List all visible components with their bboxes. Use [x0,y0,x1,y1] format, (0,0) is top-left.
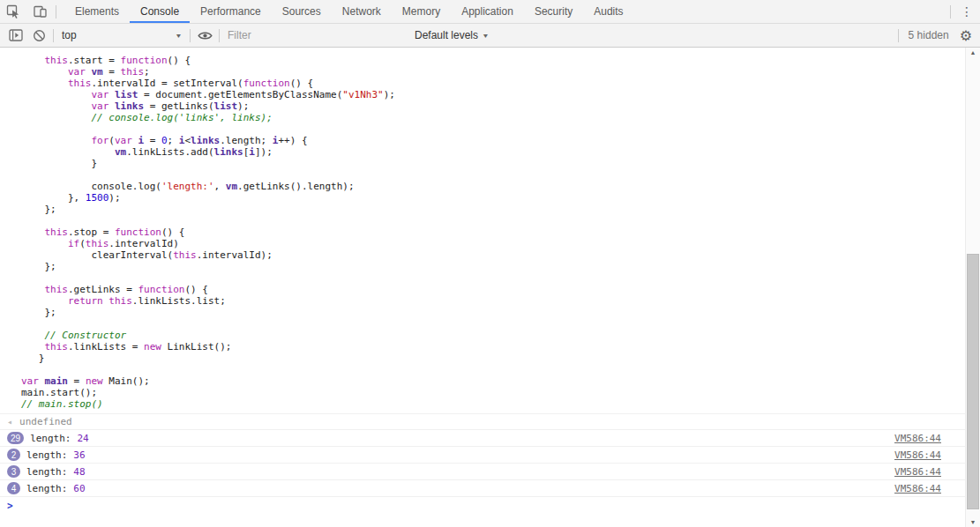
tab-sources[interactable]: Sources [272,0,332,23]
live-expression-button[interactable] [193,26,216,45]
divider [53,29,54,42]
console-prompt[interactable]: > [0,496,965,513]
code-line: } [21,353,961,364]
log-message-text: length: [26,464,67,479]
code-line: this.start = function() { [21,55,961,66]
tab-application[interactable]: Application [451,0,524,23]
clear-console-icon [33,29,46,42]
panel-tabs: ElementsConsolePerformanceSourcesNetwork… [64,0,634,23]
code-line: this.getLinks = function() { [21,284,961,295]
levels-label: Default levels [415,29,478,41]
device-toolbar-button[interactable] [26,0,53,23]
code-line: if(this.intervalId) [21,238,961,249]
code-line [21,169,961,181]
log-message-text: length: [26,448,67,463]
tab-console[interactable]: Console [130,0,190,23]
code-line [21,215,961,226]
vertical-scrollbar[interactable]: ▲ ▼ [965,48,980,527]
source-location-link[interactable]: VM586:44 [894,464,941,479]
repeat-count-badge: 4 [7,482,20,494]
repeat-count-badge: 3 [7,465,20,478]
scrollbar-thumb[interactable] [967,254,979,509]
console-messages-pane: this.start = function() { var vm = this;… [0,48,965,527]
prompt-chevron-icon: > [7,499,13,512]
code-line: vm.linkLists.add(links[i]); [21,146,961,158]
code-line: }; [21,261,961,272]
code-line [21,364,961,375]
scroll-up-arrow-icon[interactable]: ▲ [966,49,980,56]
code-line: var list = document.getElementsByClassNa… [21,89,961,100]
log-number-value: 60 [73,481,85,496]
inspect-cursor-icon [6,4,20,19]
console-settings-gear-icon[interactable]: ⚙ [960,27,972,44]
code-line: var main = new Main(); [21,375,961,387]
code-line: } [21,158,961,169]
console-sidebar-icon [9,29,23,41]
filter-input[interactable] [222,26,409,44]
code-line: console.log('length:', vm.getLinks().len… [21,181,961,192]
code-line: clearInterval(this.intervalId); [21,249,961,261]
context-label: top [62,29,77,41]
chevron-down-icon: ▼ [175,33,182,39]
code-line: this.intervalId = setInterval(function()… [21,78,961,89]
device-toolbar-icon [33,4,48,19]
console-log-row: 3length:48VM586:44 [0,463,965,479]
code-line: var links = getLinks(list); [21,100,961,112]
code-line: for(var i = 0; i<links.length; i++) { [21,135,961,146]
code-line: this.linkLists = new LinkList(); [21,341,961,353]
source-location-link[interactable]: VM586:44 [894,431,941,446]
repeat-count-badge: 2 [7,449,20,461]
devtools-menu-button[interactable]: ⋮ [954,0,980,23]
divider [219,29,220,42]
chevron-down-icon: ▼ [482,33,489,39]
code-line [21,318,961,330]
tab-performance[interactable]: Performance [190,0,272,23]
console-log-row: 4length:60VM586:44 [0,479,965,496]
tab-network[interactable]: Network [332,0,392,23]
log-message-text: length: [26,481,67,496]
result-value: undefined [19,414,72,429]
source-location-link[interactable]: VM586:44 [894,448,941,463]
log-levels-selector[interactable]: Default levels ▼ [409,26,494,45]
tab-memory[interactable]: Memory [392,0,451,23]
devtools-tab-bar: ElementsConsolePerformanceSourcesNetwork… [0,0,980,24]
console-sidebar-toggle-button[interactable] [4,26,27,45]
divider [56,5,56,19]
repeat-count-badge: 29 [7,432,24,444]
divider [898,29,899,42]
kebab-menu-icon: ⋮ [961,4,973,19]
log-number-value: 36 [73,448,85,463]
eye-icon [198,30,213,41]
code-line [21,272,961,284]
log-number-value: 24 [77,431,88,446]
code-line: var vm = this; [21,66,961,78]
tab-elements[interactable]: Elements [64,0,130,23]
tab-security[interactable]: Security [524,0,583,23]
code-line: return this.linkLists.list; [21,295,961,307]
hidden-messages-count[interactable]: 5 hidden [909,29,949,41]
tab-audits[interactable]: Audits [583,0,633,23]
log-message-text: length: [30,431,71,446]
console-log-row: 29length:24VM586:44 [0,429,965,446]
code-line [21,123,961,135]
code-line: // console.log('links', links); [21,112,961,123]
code-line: }; [21,204,961,215]
console-log-list: 29length:24VM586:442length:36VM586:443le… [0,429,965,496]
scroll-down-arrow-icon[interactable]: ▼ [966,519,980,525]
divider [190,29,191,42]
console-log-row: 2length:36VM586:44 [0,446,965,463]
javascript-context-selector[interactable]: top ▼ [56,26,187,45]
console-input-echo: this.start = function() { var vm = this;… [0,48,965,413]
result-arrow-icon: ◂ [7,414,12,429]
source-location-link[interactable]: VM586:44 [894,481,941,496]
clear-console-button[interactable] [27,26,50,45]
code-line: // Constructor [21,330,961,341]
console-result-row: ◂ undefined [0,413,965,429]
code-line: }; [21,307,961,318]
divider [950,5,951,19]
code-line: }, 1500); [21,192,961,204]
inspect-element-button[interactable] [0,0,26,23]
code-line: this.stop = function() { [21,226,961,238]
log-number-value: 48 [73,464,85,479]
code-line: // main.stop() [21,398,961,410]
